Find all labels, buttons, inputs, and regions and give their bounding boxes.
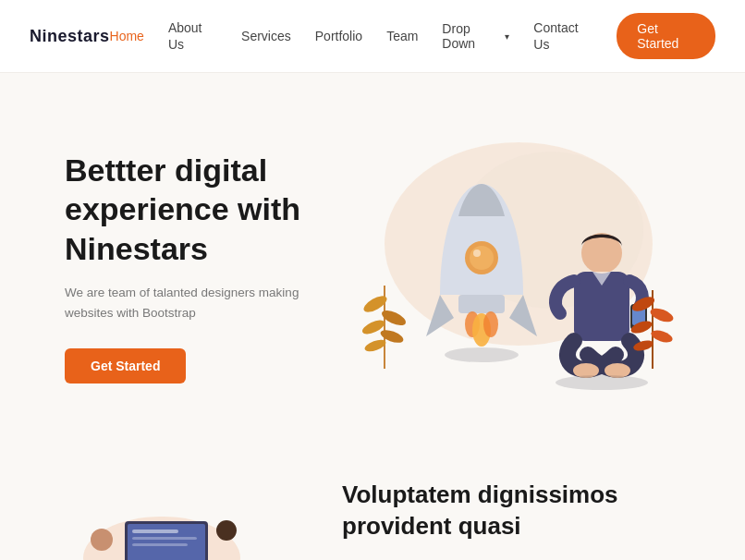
nav-item-team[interactable]: Team <box>386 28 418 44</box>
nav-cta-button[interactable]: Get Started <box>617 13 715 59</box>
nav-link-services[interactable]: Services <box>241 29 291 43</box>
hero-subtitle: We are team of talanted designers making… <box>65 283 324 323</box>
svg-rect-30 <box>128 524 205 560</box>
hero-text: Bettter digital experience with Ninestar… <box>65 151 348 384</box>
nav-item-dropdown[interactable]: Drop Down ▾ <box>442 21 509 51</box>
chevron-down-icon: ▾ <box>505 31 509 42</box>
nav-link-team[interactable]: Team <box>386 29 418 43</box>
brand-logo: Ninestars <box>30 27 110 46</box>
section-body: Lorem ipsum dolor sit amet, consectetur … <box>342 555 680 560</box>
svg-point-28 <box>632 338 654 352</box>
hero-title: Bettter digital experience with Ninestar… <box>65 151 348 269</box>
hero-illustration <box>348 128 680 406</box>
team-illustration-icon <box>65 480 268 560</box>
nav-item-about[interactable]: About Us <box>168 19 217 53</box>
svg-point-9 <box>470 246 494 270</box>
svg-point-36 <box>216 520 237 541</box>
svg-point-26 <box>629 319 653 336</box>
section-illustration <box>65 480 287 560</box>
svg-point-14 <box>483 311 498 337</box>
navbar: Ninestars Home About Us Services Portfol… <box>0 0 745 73</box>
nav-item-contact[interactable]: Contact Us <box>533 19 592 53</box>
plant-right-icon <box>629 276 676 378</box>
section-heading: Voluptatem dignissimos provident quasi <box>342 480 680 542</box>
svg-rect-33 <box>132 537 197 540</box>
nav-link-home[interactable]: Home <box>110 29 144 43</box>
nav-link-about[interactable]: About Us <box>168 20 202 52</box>
nav-item-home[interactable]: Home <box>110 28 144 44</box>
svg-point-15 <box>445 347 519 362</box>
svg-rect-32 <box>132 530 178 533</box>
nav-cta-item[interactable]: Get Started <box>617 13 715 59</box>
nav-item-portfolio[interactable]: Portfolio <box>315 28 362 44</box>
svg-point-35 <box>91 529 113 551</box>
hero-section: Bettter digital experience with Ninestar… <box>0 73 745 443</box>
svg-rect-34 <box>132 543 188 546</box>
nav-link-dropdown[interactable]: Drop Down <box>442 21 501 51</box>
nav-links: Home About Us Services Portfolio Team Dr… <box>110 13 715 59</box>
svg-point-10 <box>473 250 481 257</box>
hero-cta-button[interactable]: Get Started <box>65 348 186 383</box>
svg-rect-11 <box>458 295 505 313</box>
rocket-icon <box>421 175 542 396</box>
nav-link-contact[interactable]: Contact Us <box>533 20 578 52</box>
nav-link-portfolio[interactable]: Portfolio <box>315 29 362 43</box>
plant-left-icon <box>357 267 412 378</box>
content-section: Voluptatem dignissimos provident quasi L… <box>0 443 745 560</box>
section-text-area: Voluptatem dignissimos provident quasi L… <box>342 480 680 560</box>
nav-item-services[interactable]: Services <box>241 28 291 44</box>
